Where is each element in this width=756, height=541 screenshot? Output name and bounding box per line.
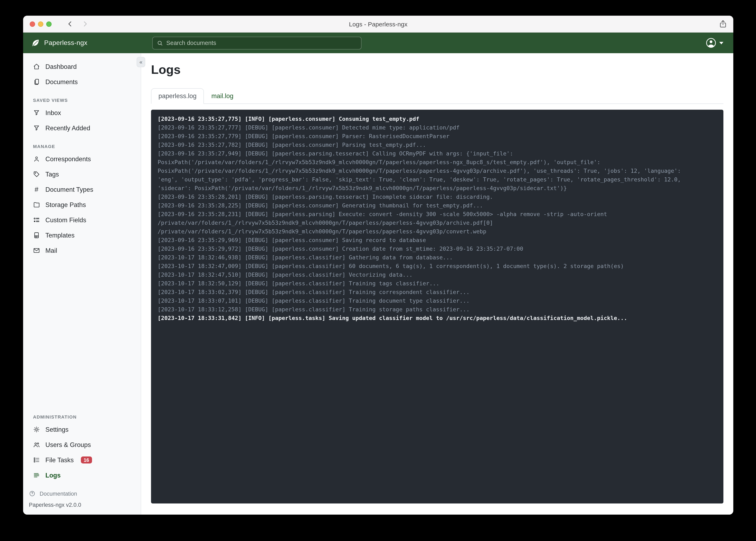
sidebar-item-templates[interactable]: Templates: [27, 228, 137, 243]
question-circle-icon: [29, 490, 35, 497]
share-icon[interactable]: [718, 19, 728, 28]
log-line: [2023-10-17 18:33:31,842] [INFO] [paperl…: [158, 314, 717, 322]
log-line: [2023-09-16 23:35:27,775] [INFO] [paperl…: [158, 115, 717, 123]
sidebar-item-label: Correspondents: [45, 155, 91, 163]
tab-mail-log[interactable]: mail.log: [204, 88, 241, 104]
back-icon[interactable]: [66, 20, 74, 28]
sidebar-item-document-types[interactable]: # Document Types: [27, 182, 137, 197]
user-menu[interactable]: [706, 38, 723, 48]
close-button[interactable]: [30, 21, 35, 27]
list-task-icon: [33, 456, 40, 463]
sidebar-item-recently-added[interactable]: Recently Added: [27, 120, 137, 136]
app-version: Paperless-ngx v2.0.0: [29, 502, 135, 508]
sidebar-item-label: File Tasks: [45, 456, 74, 464]
sidebar-item-label: Custom Fields: [45, 216, 86, 224]
log-line: [2023-09-16 23:35:28,201] [DEBUG] [paper…: [158, 193, 717, 201]
envelope-icon: [33, 247, 40, 254]
log-line: [2023-10-17 18:33:02,379] [DEBUG] [paper…: [158, 288, 717, 296]
log-line: /private/var/folders/1_/rlrvyw7x5b53z9nd…: [158, 227, 717, 236]
log-line: [2023-10-17 18:32:50,129] [DEBUG] [paper…: [158, 279, 717, 288]
log-line: [2023-09-16 23:35:28,225] [DEBUG] [paper…: [158, 201, 717, 210]
log-line: /private/var/folders/1_/rlrvyw7x5b53z9nd…: [158, 219, 717, 227]
sidebar-item-label: Storage Paths: [45, 201, 86, 209]
sidebar-item-label: Dashboard: [45, 63, 77, 70]
sidebar-item-tags[interactable]: Tags: [27, 167, 137, 182]
search-input[interactable]: [166, 40, 357, 46]
log-line: [2023-09-16 23:35:27,949] [DEBUG] [paper…: [158, 149, 717, 158]
sidebar: « Dashboard Documents SAVED VIEWS Inbox: [23, 53, 141, 515]
sidebar-item-label: Documents: [45, 78, 78, 86]
window-title: Logs - Paperless-ngx: [23, 20, 733, 27]
manage-heading: MANAGE: [33, 144, 131, 149]
saved-views-heading: SAVED VIEWS: [33, 98, 131, 103]
main-content: Logs paperless.log mail.log [2023-09-16 …: [141, 53, 733, 515]
titlebar: Logs - Paperless-ngx: [23, 16, 733, 33]
sidebar-item-file-tasks[interactable]: File Tasks 16: [27, 452, 137, 468]
content-row: « Dashboard Documents SAVED VIEWS Inbox: [23, 53, 733, 515]
tab-label: mail.log: [211, 92, 233, 99]
sidebar-item-label: Mail: [45, 247, 57, 254]
sidebar-admin-section: ADMINISTRATION Settings Users & Groups F…: [23, 400, 141, 483]
log-line: [2023-09-16 23:35:27,782] [DEBUG] [paper…: [158, 141, 717, 149]
sidebar-item-settings[interactable]: Settings: [27, 422, 137, 437]
hash-icon: #: [33, 186, 40, 194]
forward-icon[interactable]: [81, 20, 89, 28]
chevron-down-icon: [719, 41, 723, 45]
person-icon: [33, 156, 40, 163]
paperless-logo-icon: [31, 38, 40, 47]
log-line: PosixPath('/private/var/folders/1_/rlrvy…: [158, 167, 717, 175]
sidebar-footer: Documentation Paperless-ngx v2.0.0: [23, 483, 141, 515]
log-line: [2023-10-17 18:32:47,510] [DEBUG] [paper…: [158, 270, 717, 279]
sidebar-nav: Dashboard Documents SAVED VIEWS Inbox Re…: [23, 53, 141, 258]
log-line: [2023-09-16 23:35:29,969] [DEBUG] [paper…: [158, 236, 717, 245]
sidebar-collapse-button[interactable]: «: [137, 57, 145, 67]
log-line: [2023-09-16 23:35:28,231] [DEBUG] [paper…: [158, 210, 717, 219]
text-left-icon: [33, 472, 40, 479]
sidebar-item-label: Tags: [45, 171, 59, 178]
sidebar-item-documents[interactable]: Documents: [27, 74, 137, 90]
desktop: Logs - Paperless-ngx Paperless-ngx «: [0, 0, 756, 541]
log-line: PosixPath('/private/var/folders/1_/rlrvy…: [158, 158, 717, 167]
minimize-button[interactable]: [38, 21, 43, 27]
tab-paperless-log[interactable]: paperless.log: [151, 88, 204, 104]
search-icon: [157, 40, 163, 46]
sidebar-item-label: Recently Added: [45, 124, 90, 132]
log-line: 'eng', 'output_type': 'pdfa', 'progress_…: [158, 175, 717, 184]
sidebar-item-label: Inbox: [45, 109, 61, 117]
sidebar-item-dashboard[interactable]: Dashboard: [27, 59, 137, 74]
sidebar-item-correspondents[interactable]: Correspondents: [27, 151, 137, 167]
documentation-link[interactable]: Documentation: [29, 489, 135, 502]
funnel-icon: [33, 125, 40, 132]
administration-heading: ADMINISTRATION: [33, 414, 131, 419]
folder-icon: [33, 201, 40, 208]
sidebar-item-label: Templates: [45, 232, 74, 239]
user-avatar-icon: [706, 38, 716, 48]
app-window: Logs - Paperless-ngx Paperless-ngx «: [23, 16, 733, 515]
sidebar-item-label: Users & Groups: [45, 441, 91, 448]
app-header: Paperless-ngx: [23, 33, 733, 53]
funnel-icon: [33, 109, 40, 116]
tab-label: paperless.log: [158, 92, 196, 99]
file-ruled-icon: [33, 232, 40, 239]
log-line: [2023-09-16 23:35:27,779] [DEBUG] [paper…: [158, 132, 717, 141]
sidebar-item-storage-paths[interactable]: Storage Paths: [27, 197, 137, 212]
sidebar-item-label: Settings: [45, 426, 69, 433]
brand[interactable]: Paperless-ngx: [31, 38, 152, 47]
ui-radios-icon: [33, 217, 40, 224]
log-line: [2023-09-16 23:35:27,777] [DEBUG] [paper…: [158, 123, 717, 132]
sidebar-item-mail[interactable]: Mail: [27, 243, 137, 258]
log-line: [2023-10-17 18:32:47,009] [DEBUG] [paper…: [158, 262, 717, 270]
sidebar-item-label: Logs: [45, 471, 61, 479]
sidebar-item-users-groups[interactable]: Users & Groups: [27, 437, 137, 452]
maximize-button[interactable]: [46, 21, 52, 27]
log-tabs: paperless.log mail.log: [151, 88, 723, 104]
sidebar-item-custom-fields[interactable]: Custom Fields: [27, 212, 137, 228]
sidebar-item-inbox[interactable]: Inbox: [27, 105, 137, 120]
tag-icon: [33, 171, 40, 178]
log-viewer[interactable]: [2023-09-16 23:35:27,775] [INFO] [paperl…: [151, 110, 723, 503]
sidebar-item-logs[interactable]: Logs: [27, 468, 137, 483]
log-line: [2023-10-17 18:33:07,101] [DEBUG] [paper…: [158, 296, 717, 305]
files-icon: [33, 78, 40, 85]
page-title: Logs: [151, 62, 723, 77]
house-icon: [33, 63, 40, 70]
